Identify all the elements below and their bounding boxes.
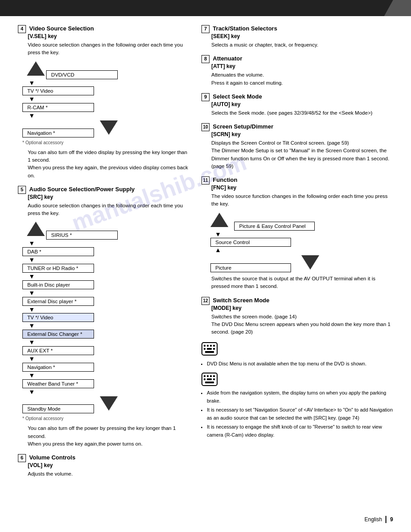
flow-end-icon-11 [301, 255, 319, 270]
flow-box-source-control: Source Control [210, 238, 291, 247]
section-9: 9 Select Seek Mode [AUTO] key Selects th… [201, 93, 393, 117]
svg-rect-14 [205, 351, 214, 353]
flow-arrow-s9: ▼ [22, 372, 188, 379]
section-4-heading: Video Source Selection [29, 25, 94, 32]
badge-9: 9 [201, 93, 210, 101]
flow-box-rcam: R-CAM * [22, 103, 94, 112]
section-10-title: 10 Screen Setup/Dimmer [201, 123, 393, 131]
flow-arrow-s3: ▼ [22, 273, 188, 280]
section-11-flow: Picture & Easy Control Panel ▼ Source Co… [206, 213, 393, 273]
section-5-title: 5 Audio Source Selection/Power Supply [18, 186, 188, 194]
flow-arrow-11-1: ▼ [206, 231, 393, 238]
section-11-body: The video source function changes in the… [211, 193, 393, 208]
note-svg-1 [201, 342, 218, 356]
flow-start-icon-4 [27, 61, 45, 76]
svg-rect-23 [205, 382, 214, 383]
flow-box-extdisc: External Disc player * [22, 297, 94, 306]
section-4-subtitle: [V.SEL] key [28, 33, 188, 39]
flow-arrow-s6: ▼ [22, 322, 188, 330]
svg-rect-20 [207, 378, 212, 380]
section-8-subtitle: [ATT] key [211, 63, 393, 69]
footer-page: 9 [390, 516, 393, 523]
section-12: 12 Switch Screen Mode [MODE] key Switche… [201, 297, 393, 336]
section-6-title: 6 Volume Controls [18, 454, 188, 462]
badge-6: 6 [18, 454, 26, 462]
flow-start-icon-11 [210, 213, 228, 227]
section-8: 8 Attenuator [ATT] key Attenuates the vo… [201, 55, 393, 87]
section-6-subtitle: [VOL] key [28, 462, 188, 468]
flow-arrow-s1: ▼ [22, 240, 188, 247]
section-12-title: 12 Switch Screen Mode [201, 297, 393, 305]
flow-box-nav2: Navigation * [22, 363, 94, 372]
note-item-2-3: It is necessary to engage the shift knob… [207, 423, 393, 439]
flow-end-icon-4 [100, 120, 118, 135]
section-8-heading: Attenuator [213, 55, 242, 62]
footer-divider [385, 516, 386, 523]
section-7-body: Selects a music or chapter, track, or fr… [211, 41, 393, 49]
flow-box-picture-easy: Picture & Easy Control Panel [234, 222, 315, 231]
svg-rect-22 [213, 378, 215, 380]
section-10-heading: Screen Setup/Dimmer [213, 123, 273, 130]
section-5-heading: Audio Source Selection/Power Supply [29, 186, 135, 193]
badge-10: 10 [201, 123, 210, 131]
svg-marker-3 [100, 396, 118, 411]
flow-box-extchanger: External Disc Changer * [22, 330, 94, 339]
section-5-body: Audio source selection changes in the fo… [28, 202, 188, 218]
note-icon-1 [201, 342, 393, 358]
section-4-body2: You can also turn off the video display … [28, 149, 188, 180]
flow-box-sirius: SIRIUS * [46, 231, 118, 240]
flow-arrow-11-2: ▼ [206, 247, 393, 254]
footer-language: English [364, 516, 382, 523]
svg-marker-5 [301, 255, 319, 270]
section-6: 6 Volume Controls [VOL] key Adjusts the … [18, 454, 188, 478]
flow-box-tuner: TUNER or HD Radio * [22, 264, 94, 273]
flow-box-weather: Weather Band Tuner * [22, 379, 94, 388]
section-11-body2: Switches the source that is output at th… [211, 275, 393, 291]
svg-rect-7 [204, 345, 206, 347]
section-6-heading: Volume Controls [29, 454, 75, 461]
flow-arrow-2: ▼ [22, 95, 188, 103]
header-bar [0, 0, 411, 16]
section-4-optional: * Optional accessory [22, 140, 188, 145]
section-8-body: Attenuates the volume. Press it again to… [211, 71, 393, 87]
flow-arrow-s5: ▼ [22, 306, 188, 313]
badge-12: 12 [201, 297, 210, 305]
section-10: 10 Screen Setup/Dimmer [SCRN] key Displa… [201, 123, 393, 170]
section-7-subtitle: [SEEK] key [211, 33, 393, 39]
svg-marker-0 [27, 61, 45, 76]
section-5-subtitle: [SRC] key [28, 194, 188, 200]
section-11-heading: Function [213, 176, 237, 183]
section-9-body: Selects the Seek mode. (see pages 32/39/… [211, 109, 393, 117]
section-4: 4 Video Source Selection [V.SEL] key Vid… [18, 25, 188, 180]
section-11: 11 Function [FNC] key The video source f… [201, 176, 393, 291]
badge-4: 4 [18, 25, 26, 33]
flow-arrow-s10: ▼ [22, 388, 188, 396]
svg-rect-19 [204, 378, 206, 380]
flow-box-picture: Picture [210, 263, 291, 272]
note-icon-2 [201, 373, 393, 387]
section-8-title: 8 Attenuator [201, 55, 393, 63]
svg-marker-2 [27, 222, 45, 236]
section-7-heading: Track/Station Selectors [213, 25, 277, 32]
flow-box-nav: Navigation * [22, 129, 94, 137]
section-5-body2: You can also turn off the power by press… [28, 425, 188, 448]
note-svg-2 [201, 373, 218, 386]
svg-rect-8 [207, 345, 209, 347]
section-10-subtitle: [SCRN] key [211, 131, 393, 137]
section-10-body: Displays the Screen Control or Tilt Cont… [211, 139, 393, 170]
section-11-subtitle: [FNC] key [211, 184, 393, 191]
section-12-heading: Switch Screen Mode [213, 297, 269, 304]
badge-7: 7 [201, 25, 210, 33]
svg-rect-12 [213, 345, 215, 347]
section-9-heading: Select Seek Mode [213, 93, 262, 100]
svg-rect-16 [204, 375, 206, 377]
flow-box-auxext: AUX EXT * [22, 346, 94, 355]
svg-rect-18 [210, 375, 212, 377]
page-content: 4 Video Source Selection [V.SEL] key Vid… [0, 25, 411, 484]
flow-box-builtin: Built-in Disc player [22, 280, 94, 289]
svg-marker-4 [210, 213, 228, 227]
flow-end-icon-5 [100, 396, 118, 411]
section-12-body: Switches the screen mode. (page 14) The … [211, 313, 393, 336]
flow-arrow-s7: ▼ [22, 339, 188, 346]
flow-arrow-s8: ▼ [22, 355, 188, 363]
